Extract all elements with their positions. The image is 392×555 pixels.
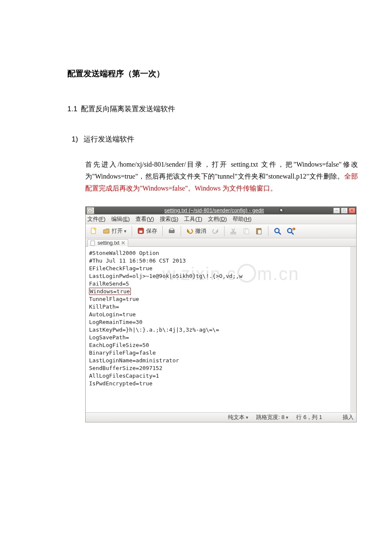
undo-icon xyxy=(186,227,194,235)
save-icon xyxy=(137,227,145,235)
tab-bar: setting.txt ✕ xyxy=(86,238,356,247)
save-label: 保存 xyxy=(146,227,157,235)
menu-help[interactable]: 帮助(H) xyxy=(233,216,251,222)
app-icon xyxy=(86,207,94,214)
svg-line-16 xyxy=(291,232,294,234)
toolbar: 打开 ▾ 保存 撤消 xyxy=(86,224,356,238)
svg-point-2 xyxy=(94,228,96,230)
window-title: setting.txt (~/sid-801/sender/config) - … xyxy=(95,208,333,214)
line: EachLogFileSize=50 xyxy=(89,342,149,348)
item-line: 1) 运行发送端软件 xyxy=(72,134,358,144)
open-button[interactable]: 打开 ▾ xyxy=(101,226,128,236)
status-cursor-pos: 行 6，列 1 xyxy=(296,413,322,421)
cut-icon xyxy=(230,227,237,235)
cut-button[interactable] xyxy=(228,226,239,236)
menu-search[interactable]: 搜索(S) xyxy=(160,216,178,222)
cursor-icon xyxy=(280,208,285,214)
svg-point-15 xyxy=(288,228,292,233)
file-icon xyxy=(90,240,96,246)
separator xyxy=(132,226,132,236)
svg-rect-6 xyxy=(170,228,173,230)
doc-heading: 配置发送端程序（第一次） xyxy=(67,68,358,79)
separator xyxy=(181,226,181,236)
line: KillPath= xyxy=(89,304,119,310)
separator xyxy=(224,226,225,236)
svg-rect-12 xyxy=(258,230,261,234)
line: LogSavePath= xyxy=(89,334,129,341)
para-black: 首先进入/home/xj/sid-801/sender/目录，打开 settin… xyxy=(85,161,358,180)
svg-point-13 xyxy=(275,228,279,233)
redo-button[interactable] xyxy=(210,226,221,236)
highlighted-line: Windows=true xyxy=(89,288,131,295)
undo-label: 撤消 xyxy=(195,227,206,235)
status-insert-mode: 插入 xyxy=(343,413,354,421)
line: LastLoginName=administrator xyxy=(89,357,179,364)
tab-close-icon[interactable]: ✕ xyxy=(121,240,125,246)
svg-rect-4 xyxy=(139,231,142,233)
line: LogRemainTime=30 xyxy=(89,319,142,325)
menu-edit[interactable]: 编辑(E) xyxy=(111,216,130,222)
menu-file[interactable]: 文件(F) xyxy=(87,216,106,222)
editor-area[interactable]: #StoneWall2000 Option #Thu Jul 11 16:50:… xyxy=(86,247,356,412)
separator xyxy=(268,226,268,236)
open-folder-icon xyxy=(103,227,110,235)
svg-rect-17 xyxy=(91,241,95,246)
line: FailReSend=5 xyxy=(89,280,129,287)
titlebar[interactable]: setting.txt (~/sid-801/sender/config) - … xyxy=(86,207,356,214)
status-bar: 纯文本 ▾ 跳格宽度: 8 ▾ 行 6，列 1 插入 xyxy=(86,412,356,422)
chevron-down-icon: ▾ xyxy=(286,415,288,420)
print-button[interactable] xyxy=(166,226,177,236)
line: LastLoginPwd=olj>~1e@9ok|o5ikh0}tg\!.{>O… xyxy=(89,273,242,279)
line: SendBufferSize=2097152 xyxy=(89,365,162,371)
menu-view[interactable]: 查看(V) xyxy=(135,216,154,222)
open-label: 打开 xyxy=(112,227,123,235)
status-tabwidth[interactable]: 跳格宽度: 8 ▾ xyxy=(256,413,288,421)
section-text: 配置反向隔离装置发送端软件 xyxy=(81,105,175,113)
search-replace-icon xyxy=(286,227,294,235)
line: TunnelFlag=true xyxy=(89,296,139,302)
separator xyxy=(162,226,163,236)
paste-button[interactable] xyxy=(254,226,265,236)
svg-line-14 xyxy=(279,232,281,234)
line: BinaryFileFlag=fasle xyxy=(89,350,156,356)
line: AutoLogin=true xyxy=(89,311,136,318)
chevron-down-icon: ▾ xyxy=(246,415,248,420)
undo-button[interactable]: 撤消 xyxy=(184,226,208,236)
redo-icon xyxy=(211,227,219,235)
section-number: 1.1 xyxy=(67,105,78,113)
close-button[interactable]: × xyxy=(349,208,355,214)
replace-button[interactable] xyxy=(285,226,296,236)
item-number: 1) xyxy=(72,135,78,143)
line: AllLogFilesCapacity=1 xyxy=(89,373,159,379)
status-syntax[interactable]: 纯文本 ▾ xyxy=(228,413,249,421)
print-icon xyxy=(168,227,176,235)
svg-rect-10 xyxy=(245,229,249,234)
chevron-down-icon: ▾ xyxy=(124,228,127,234)
minimize-button[interactable]: – xyxy=(333,208,340,214)
paragraph-body: 首先进入/home/xj/sid-801/sender/目录，打开 settin… xyxy=(85,159,358,194)
line: #StoneWall2000 Option xyxy=(89,250,159,256)
find-button[interactable] xyxy=(272,226,283,236)
section-line: 1.1 配置反向隔离装置发送端软件 xyxy=(67,104,358,114)
line: LastKeyPwd=}h|\:}.a.;b\:4j|3,3z%-ag\=\= xyxy=(89,327,219,333)
copy-icon xyxy=(242,227,250,235)
line: #Thu Jul 11 16:50:06 CST 2013 xyxy=(89,257,186,264)
menubar: 文件(F) 编辑(E) 查看(V) 搜索(S) 工具(T) 文档(D) 帮助(H… xyxy=(86,214,356,224)
copy-button[interactable] xyxy=(241,226,252,236)
menu-tools[interactable]: 工具(T) xyxy=(184,216,202,222)
line: IsPwdEncrypted=true xyxy=(89,380,153,387)
line: EFileCheckFlag=true xyxy=(89,265,153,272)
search-icon xyxy=(274,227,281,235)
menu-docs[interactable]: 文档(D) xyxy=(208,216,227,222)
gedit-window: setting.txt (~/sid-801/sender/config) - … xyxy=(85,206,357,422)
paste-icon xyxy=(255,227,263,235)
tab-setting-txt[interactable]: setting.txt ✕ xyxy=(87,239,128,247)
save-button[interactable]: 保存 xyxy=(135,226,159,236)
tab-label: setting.txt xyxy=(98,240,119,246)
new-file-icon xyxy=(90,227,98,235)
maximize-button[interactable]: □ xyxy=(341,208,348,214)
new-button[interactable] xyxy=(88,226,99,236)
item-text: 运行发送端软件 xyxy=(84,135,134,143)
